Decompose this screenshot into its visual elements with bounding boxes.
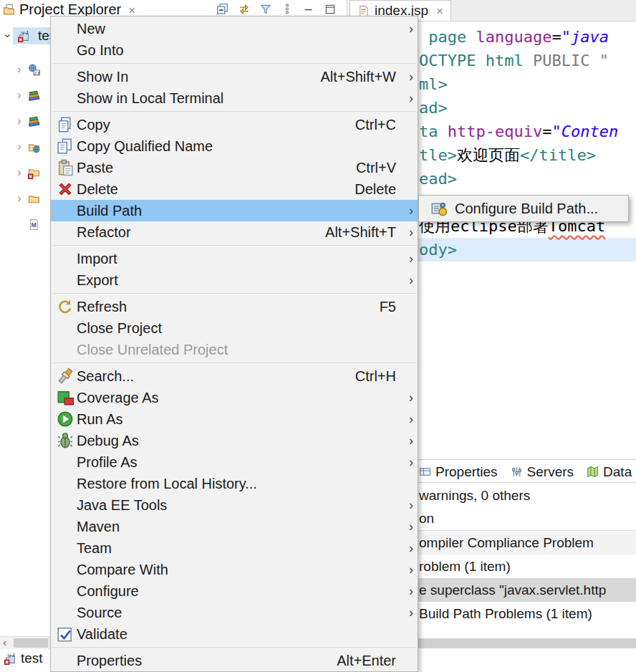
menu-item-label: Go Into [77,42,124,59]
menu-icon-slot [57,204,74,217]
problem-row-text: warnings, 0 others [419,488,530,504]
filter-icon[interactable] [259,3,272,16]
problem-row-text: roblem (1 item) [419,559,511,575]
tree-item-src-folder[interactable] [14,163,44,182]
menu-item-delete[interactable]: DeleteDelete [51,178,418,200]
menu-item-label: Refactor [77,224,131,241]
menu-item-copy[interactable]: CopyCtrl+C [51,114,418,135]
chevron-right-icon[interactable] [14,63,24,76]
menu-shortcut: Alt+Shift+T [325,224,403,241]
menu-item-configure[interactable]: Configure [51,580,418,602]
chevron-right-icon[interactable] [14,192,24,205]
submenu-arrow-icon [403,21,413,37]
menu-item-coverage-as[interactable]: Coverage As [51,387,418,408]
submenu-arrow-icon [403,605,413,620]
tab-data[interactable]: Data [587,464,632,480]
problem-row-text: e superclass "javax.servlet.http [419,582,606,598]
menu-item-close-project[interactable]: Close Project [51,317,418,339]
copy-icon [57,118,74,131]
menu-item-debug-as[interactable]: Debug As [51,430,418,451]
menu-separator [51,109,418,114]
menu-item-properties[interactable]: PropertiesAlt+Enter [51,650,418,671]
submenu-arrow-icon [403,498,413,513]
menu-shortcut: Ctrl+V [356,160,403,176]
submenu-arrow-icon [403,251,413,267]
scrollbar-thumb[interactable] [14,638,48,648]
menu-item-label: Team [77,540,112,557]
tree-item-target-folder[interactable] [14,189,44,208]
menu-item-search[interactable]: Search...Ctrl+H [51,365,418,387]
menu-item-build-path[interactable]: Build Path [51,200,418,221]
menu-item-export[interactable]: Export [51,269,418,291]
bottom-tab-label: Properties [435,464,498,480]
books-icon [28,90,40,102]
menu-icon-slot [57,343,74,356]
chevron-right-icon[interactable] [14,115,24,128]
menu-item-team[interactable]: Team [51,537,418,559]
menu-item-compare-with[interactable]: Compare With [51,559,418,580]
submenu-arrow-icon [403,225,413,240]
tab-servers[interactable]: Servers [511,464,574,480]
collapse-all-icon[interactable] [216,3,229,16]
chevron-right-icon[interactable] [14,140,24,153]
chevron-down-icon[interactable] [1,31,14,41]
paste-icon [57,161,74,174]
menu-item-label: Import [77,251,117,267]
menu-item-label: Copy [77,117,110,133]
menu-item-show-in-local-terminal[interactable]: Show in Local Terminal [51,87,418,109]
submenu-arrow-icon [403,584,413,599]
menu-icon-slot [57,456,74,469]
menu-item-refactor[interactable]: RefactorAlt+Shift+T [51,221,418,243]
menu-item-validate[interactable]: Validate [51,623,418,645]
view-menu-icon[interactable] [281,3,294,16]
menu-item-show-in[interactable]: Show InAlt+Shift+W [51,66,418,87]
books-icon [28,115,40,128]
deployment-descriptor-icon: 2.3 [28,64,40,76]
menu-item-label: Show in Local Terminal [77,90,223,107]
submenu-arrow-icon [403,203,413,219]
menu-item-maven[interactable]: Maven [51,516,418,537]
menu-icon-slot [57,44,74,57]
menu-item-copy-qualified-name[interactable]: Copy Qualified Name [51,135,418,157]
submenu-arrow-icon [403,91,413,106]
submenu-arrow-icon [403,455,413,470]
tree-item-javascript-resources[interactable] [14,112,44,130]
delete-icon [57,183,74,196]
menu-shortcut: Alt+Enter [337,653,403,669]
menu-item-label: Copy Qualified Name [77,138,213,155]
folder-icon [28,193,40,205]
menu-icon-slot [57,654,74,667]
pom-file-icon: M [28,219,40,231]
menu-icon-slot [57,520,74,533]
context-menu: NewGo IntoShow InAlt+Shift+WShow in Loca… [50,16,418,672]
menu-item-profile-as[interactable]: Profile As [51,451,418,473]
submenu-item-configure-build-path[interactable]: Configure Build Path... [425,198,622,219]
minimize-icon[interactable] [302,3,315,16]
close-icon[interactable] [433,3,443,19]
maximize-icon[interactable] [324,3,337,16]
project-explorer-toolbar [216,3,337,16]
menu-item-restore-from-local-history[interactable]: Restore from Local History... [51,473,418,494]
chevron-right-icon[interactable] [14,166,24,179]
tree-item-deployed-resources[interactable] [14,138,44,156]
tree-item-java-resources[interactable] [14,86,44,105]
tree-item-pom-xml[interactable]: M [14,215,44,234]
menu-item-new[interactable]: New [51,18,418,39]
link-with-editor-icon[interactable] [238,3,251,16]
menu-item-paste[interactable]: PasteCtrl+V [51,157,418,178]
status-selection-label: test [21,651,43,666]
menu-icon-slot [57,542,74,555]
chevron-right-icon[interactable] [14,89,24,102]
menu-item-source[interactable]: Source [51,602,418,623]
servers-view-icon [511,466,523,478]
tab-properties[interactable]: Properties [419,464,498,480]
menu-item-java-ee-tools[interactable]: Java EE Tools [51,494,418,516]
menu-item-label: Profile As [77,454,137,471]
problem-row-text: ompiler Compliance Problem [419,535,594,551]
menu-item-refresh[interactable]: RefreshF5 [51,296,418,317]
menu-item-close-unrelated-project: Close Unrelated Project [51,339,418,360]
menu-item-import[interactable]: Import [51,248,418,269]
tree-item-deployment-descriptor[interactable]: 2.3 [14,60,44,79]
menu-item-run-as[interactable]: Run As [51,408,418,430]
menu-item-go-into[interactable]: Go Into [51,39,418,61]
